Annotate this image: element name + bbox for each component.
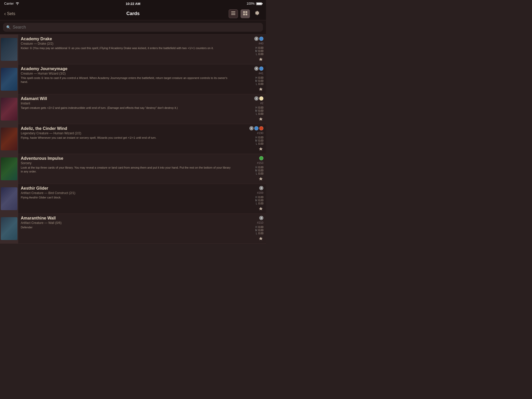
price-label-h: H bbox=[255, 136, 257, 139]
card-number: #210 bbox=[257, 221, 263, 224]
mana-symbol: 3 bbox=[259, 186, 263, 190]
mana-symbol: 1 bbox=[249, 126, 254, 130]
price-value-h: 0.00 bbox=[258, 196, 263, 199]
card-meta: 1#2H0.00M0.00L0.00 bbox=[235, 94, 266, 124]
card-body: Amaranthine WallArtifact Creature — Wall… bbox=[18, 214, 235, 243]
card-oracle-text: Defender bbox=[21, 225, 232, 229]
card-row[interactable]: Academy JourneymageCreature — Human Wiza… bbox=[0, 64, 266, 94]
price-value-l: 0.00 bbox=[258, 172, 263, 175]
card-body: Adeliz, the Cinder WindLegendary Creatur… bbox=[18, 124, 235, 154]
mana-symbol: 2 bbox=[254, 37, 258, 41]
price-value-m: 0.00 bbox=[258, 169, 263, 172]
price-value-l: 0.00 bbox=[258, 142, 263, 145]
set-icon bbox=[258, 57, 263, 62]
set-icon bbox=[258, 117, 263, 122]
price-value-l: 0.00 bbox=[258, 112, 263, 115]
card-number: #41 bbox=[259, 72, 263, 75]
card-cost-row: 3 bbox=[259, 186, 263, 190]
price-label-m: M bbox=[255, 79, 257, 82]
card-cost-row: 4 bbox=[259, 216, 263, 220]
card-name: Adventurous Impulse bbox=[21, 156, 232, 161]
price-label-l: L bbox=[256, 83, 257, 85]
price-value-h: 0.00 bbox=[258, 166, 263, 169]
card-thumbnail bbox=[0, 154, 18, 184]
mana-symbol bbox=[259, 96, 263, 101]
card-row[interactable]: Academy DrakeCreature — Drake (2/2)Kicke… bbox=[0, 35, 266, 64]
grid-view-button[interactable] bbox=[241, 9, 250, 18]
card-row[interactable]: Adamant WillInstantTarget creature gets … bbox=[0, 94, 266, 124]
chevron-left-icon: ‹ bbox=[4, 11, 6, 17]
mana-symbol: 4 bbox=[259, 216, 263, 220]
card-thumbnail bbox=[0, 35, 18, 64]
battery-icon bbox=[256, 2, 262, 5]
price-label-l: L bbox=[256, 232, 257, 235]
price-label-h: H bbox=[255, 196, 257, 199]
price-value-l: 0.00 bbox=[258, 232, 263, 235]
price-row-l: L0.00 bbox=[256, 172, 263, 175]
card-row[interactable]: Aesthir GliderArtifact Creature — Bird C… bbox=[0, 184, 266, 214]
search-icon: 🔍 bbox=[6, 25, 11, 29]
mana-symbol bbox=[259, 66, 263, 71]
card-row[interactable]: Adventurous ImpulseSorceryLook at the to… bbox=[0, 154, 266, 184]
card-meta: 3#209H0.00M0.00L0.00 bbox=[235, 184, 266, 214]
set-icon bbox=[258, 206, 263, 211]
price-value-h: 0.00 bbox=[258, 106, 263, 109]
card-number: #153 bbox=[257, 161, 263, 164]
price-label-l: L bbox=[256, 112, 257, 115]
price-value-m: 0.00 bbox=[258, 199, 263, 202]
nav-bar: ‹ Sets Cards bbox=[0, 7, 266, 20]
back-button[interactable]: ‹ Sets bbox=[4, 11, 15, 17]
price-value-l: 0.00 bbox=[258, 83, 263, 85]
price-row-h: H0.00 bbox=[255, 136, 263, 139]
search-input-wrap[interactable]: 🔍 bbox=[3, 23, 263, 32]
grid-icon bbox=[243, 11, 247, 16]
price-row-l: L0.00 bbox=[256, 53, 263, 56]
price-value-h: 0.00 bbox=[258, 46, 263, 49]
card-number: #190 bbox=[257, 131, 263, 135]
price-row-h: H0.00 bbox=[255, 46, 263, 49]
price-label-l: L bbox=[256, 202, 257, 205]
card-type: Instant bbox=[21, 102, 232, 105]
price-value-l: 0.00 bbox=[258, 202, 263, 205]
card-meta: 4#210H0.00M0.00L0.00 bbox=[235, 214, 266, 243]
settings-button[interactable] bbox=[252, 9, 262, 18]
card-thumbnail bbox=[0, 64, 18, 94]
time-label: 10:22 AM bbox=[126, 2, 141, 6]
list-view-button[interactable] bbox=[229, 9, 238, 18]
card-cost-row: 1 bbox=[254, 96, 263, 101]
search-input[interactable] bbox=[13, 25, 260, 30]
price-value-m: 0.00 bbox=[258, 79, 263, 82]
price-row-l: L0.00 bbox=[256, 142, 263, 145]
price-value-m: 0.00 bbox=[258, 50, 263, 52]
price-row-h: H0.00 bbox=[255, 196, 263, 199]
price-label-m: M bbox=[255, 109, 257, 112]
price-row-m: M0.00 bbox=[255, 139, 263, 142]
set-icon bbox=[258, 236, 263, 241]
price-row-m: M0.00 bbox=[255, 229, 263, 232]
card-name: Adeliz, the Cinder Wind bbox=[21, 126, 232, 131]
price-label-h: H bbox=[255, 76, 257, 79]
price-value-l: 0.00 bbox=[258, 53, 263, 56]
price-value-m: 0.00 bbox=[258, 109, 263, 112]
search-bar: 🔍 bbox=[0, 20, 266, 35]
price-row-m: M0.00 bbox=[255, 109, 263, 112]
card-oracle-text: Kicker ① (You may pay an additional ① as… bbox=[21, 46, 232, 50]
page-title: Cards bbox=[126, 11, 139, 16]
card-row[interactable]: Amaranthine WallArtifact Creature — Wall… bbox=[0, 214, 266, 244]
price-label-h: H bbox=[255, 106, 257, 109]
svg-rect-5 bbox=[243, 14, 245, 15]
price-row-h: H0.00 bbox=[255, 76, 263, 79]
svg-rect-4 bbox=[245, 11, 247, 13]
status-left: Carrier bbox=[4, 2, 19, 6]
card-row[interactable]: Adeliz, the Cinder WindLegendary Creatur… bbox=[0, 124, 266, 154]
card-thumbnail bbox=[0, 124, 18, 154]
card-type: Artifact Creature — Bird Construct (2/1) bbox=[21, 191, 232, 195]
card-name: Academy Drake bbox=[21, 37, 232, 41]
price-label-m: M bbox=[255, 229, 257, 232]
card-meta: 2#40H0.00M0.00L0.00 bbox=[235, 35, 266, 64]
price-row-l: L0.00 bbox=[256, 83, 263, 85]
price-value-m: 0.00 bbox=[258, 139, 263, 142]
card-name: Academy Journeymage bbox=[21, 66, 232, 71]
set-icon bbox=[258, 176, 263, 182]
set-icon bbox=[258, 147, 263, 152]
